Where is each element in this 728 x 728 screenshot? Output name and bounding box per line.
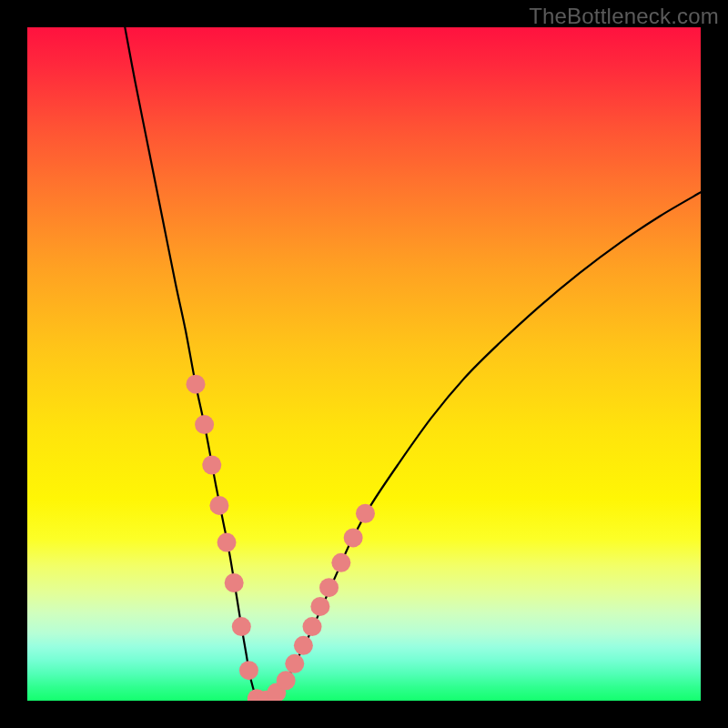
data-dot: [285, 654, 304, 673]
data-dot: [319, 578, 339, 597]
data-dot: [225, 573, 244, 592]
data-dot: [239, 661, 258, 680]
data-dot: [232, 617, 251, 636]
data-dot: [294, 636, 313, 655]
data-dot: [303, 617, 322, 636]
chart-frame: TheBottleneck.com: [0, 0, 728, 728]
data-dot: [209, 496, 228, 515]
data-dot: [217, 533, 237, 552]
data-dot: [310, 597, 329, 616]
data-dot: [344, 528, 363, 547]
attribution-text: TheBottleneck.com: [529, 4, 719, 29]
data-dot: [356, 504, 375, 523]
data-dot: [331, 553, 350, 572]
curve-layer: [125, 27, 701, 701]
dots-layer: [187, 375, 375, 701]
chart-svg: [27, 27, 701, 701]
bottleneck-curve: [125, 27, 701, 701]
data-dot: [277, 671, 296, 690]
data-dot: [187, 375, 206, 394]
plot-area: [27, 27, 701, 701]
data-dot: [202, 456, 221, 475]
data-dot: [195, 415, 214, 434]
